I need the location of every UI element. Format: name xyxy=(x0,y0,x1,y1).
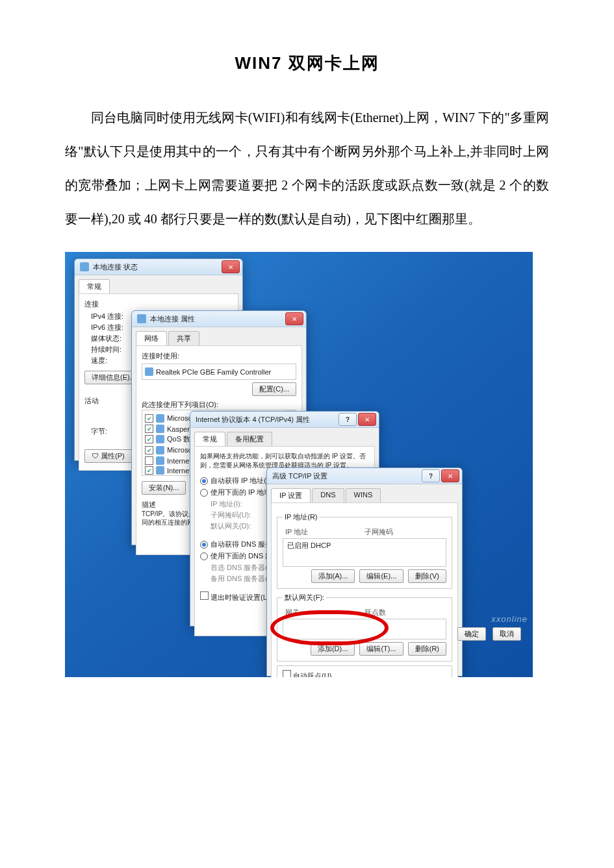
subnet-mask-label: 子网掩码(U): xyxy=(211,510,251,520)
checkbox-unchecked-icon[interactable] xyxy=(145,456,153,465)
window-title: 本地连接 属性 xyxy=(150,314,284,324)
use-ip-label: 使用下面的 IP 地址 xyxy=(211,488,271,496)
checkbox-checked-icon[interactable]: ✔ xyxy=(145,425,153,433)
watermark: xxonline xyxy=(491,614,528,624)
delete-gw-button[interactable]: 删除(R) xyxy=(408,642,446,656)
col-gateway: 网关 xyxy=(285,608,365,617)
close-button[interactable]: ✕ xyxy=(441,469,459,482)
component-icon xyxy=(156,456,164,465)
component-icon xyxy=(156,435,164,443)
delete-ip-button[interactable]: 删除(V) xyxy=(408,569,446,583)
col-ip: IP 地址 xyxy=(285,527,365,537)
auto-ip-label: 自动获得 IP 地址(O) xyxy=(211,477,274,484)
screenshot-container: 本地连接 状态 ✕ 常规 连接 IPv4 连接:Internet IPv6 连接… xyxy=(65,252,533,677)
ipv6-label: IPv6 连接: xyxy=(91,323,123,332)
doc-paragraph: 同台电脑同时使用无线网卡(WIFI)和有线网卡(Ethernet)上网，WIN7… xyxy=(65,101,549,236)
adapter-name: Realtek PCIe GBE Family Controller xyxy=(156,368,271,376)
intro-text: 如果网络支持此功能，则可以获取自动指派的 IP 设置。否则，您需要从网络系统管理… xyxy=(200,452,369,469)
bytes-label: 字节: xyxy=(91,427,107,436)
media-label: 媒体状态: xyxy=(91,334,122,343)
col-mask: 子网掩码 xyxy=(365,527,444,537)
auto-metric-label: 自动跃点(U) xyxy=(293,672,331,677)
close-button[interactable]: ✕ xyxy=(222,260,240,273)
metric-group: 自动跃点(U) 接口跃点数(N): 20 xyxy=(277,665,452,677)
component-icon xyxy=(156,466,164,475)
cancel-button[interactable]: 取消 xyxy=(492,627,521,641)
help-button[interactable]: ? xyxy=(422,469,440,482)
window-title: 高级 TCP/IP 设置 xyxy=(272,471,420,481)
add-gw-button[interactable]: 添加(D)... xyxy=(311,642,355,656)
tab-alt-config[interactable]: 备用配置 xyxy=(227,432,272,446)
duration-label: 持续时间: xyxy=(91,345,122,354)
tab-dns[interactable]: DNS xyxy=(312,488,344,502)
radio-auto-dns[interactable] xyxy=(200,541,208,549)
validate-label: 退出时验证设置(L) xyxy=(211,593,269,601)
doc-title: WIN7 双网卡上网 xyxy=(65,52,549,75)
validate-checkbox[interactable] xyxy=(200,591,209,600)
speed-label: 速度: xyxy=(91,356,107,366)
install-button[interactable]: 安装(N)... xyxy=(142,481,186,495)
items-label: 此连接使用下列项目(O): xyxy=(142,400,296,410)
ok-button[interactable]: 确定 xyxy=(457,627,486,641)
tab-general[interactable]: 常规 xyxy=(194,432,225,446)
radio-use-ip[interactable] xyxy=(200,489,208,497)
ip-address-group: IP 地址(R) IP 地址子网掩码 已启用 DHCP 添加(A)... 编辑(… xyxy=(277,512,452,589)
tab-ip-settings[interactable]: IP 设置 xyxy=(271,488,311,502)
adapter-icon xyxy=(145,367,153,376)
tab-general[interactable]: 常规 xyxy=(79,279,110,293)
tab-share[interactable]: 共享 xyxy=(168,331,199,345)
radio-auto-ip[interactable] xyxy=(200,477,208,485)
checkbox-checked-icon[interactable]: ✔ xyxy=(145,435,153,443)
ip-list[interactable]: 已启用 DHCP xyxy=(283,538,446,567)
help-button[interactable]: ? xyxy=(339,413,357,426)
window-icon xyxy=(80,262,89,271)
component-icon xyxy=(156,414,164,423)
ip-address-label: IP 地址(I): xyxy=(211,499,242,509)
configure-button[interactable]: 配置(C)... xyxy=(252,382,296,396)
component-icon xyxy=(156,425,164,433)
add-ip-button[interactable]: 添加(A)... xyxy=(311,569,355,583)
properties-button[interactable]: 🛡 属性(P) xyxy=(84,449,132,463)
ipv4-label: IPv4 连接: xyxy=(91,312,123,321)
gateway-label: 默认网关(D): xyxy=(211,521,251,531)
window-title: 本地连接 状态 xyxy=(93,262,220,272)
component-icon xyxy=(156,446,164,454)
tab-network[interactable]: 网络 xyxy=(136,331,167,345)
checkbox-checked-icon[interactable]: ✔ xyxy=(145,466,153,475)
window-icon xyxy=(137,314,146,323)
connect-using-label: 连接时使用: xyxy=(142,351,296,361)
dhcp-enabled: 已启用 DHCP xyxy=(287,541,331,549)
gateway-group: 默认网关(F): 网关跃点数 添加(D)... 编辑(T)... 删除(R) xyxy=(277,593,452,662)
col-metric: 跃点数 xyxy=(365,608,444,617)
ip-address-legend: IP 地址(R) xyxy=(283,512,320,522)
close-button[interactable]: ✕ xyxy=(285,312,303,325)
checkbox-checked-icon[interactable]: ✔ xyxy=(145,446,153,454)
close-button[interactable]: ✕ xyxy=(358,413,376,426)
edit-gw-button[interactable]: 编辑(T)... xyxy=(359,642,403,656)
window-advanced-tcpip: 高级 TCP/IP 设置 ? ✕ IP 设置 DNS WINS IP 地址(R)… xyxy=(266,467,463,676)
use-dns-label: 使用下面的 DNS 服 xyxy=(211,552,272,560)
auto-metric-checkbox[interactable] xyxy=(283,670,291,677)
radio-use-dns[interactable] xyxy=(200,552,208,560)
section-connection: 连接 xyxy=(84,299,233,309)
gateway-list[interactable] xyxy=(283,619,446,639)
window-title: Internet 协议版本 4 (TCP/IPv4) 属性 xyxy=(196,415,337,425)
checkbox-checked-icon[interactable]: ✔ xyxy=(145,414,153,423)
tab-wins[interactable]: WINS xyxy=(346,488,381,502)
gateway-legend: 默认网关(F): xyxy=(283,593,326,602)
edit-ip-button[interactable]: 编辑(E)... xyxy=(359,569,403,583)
